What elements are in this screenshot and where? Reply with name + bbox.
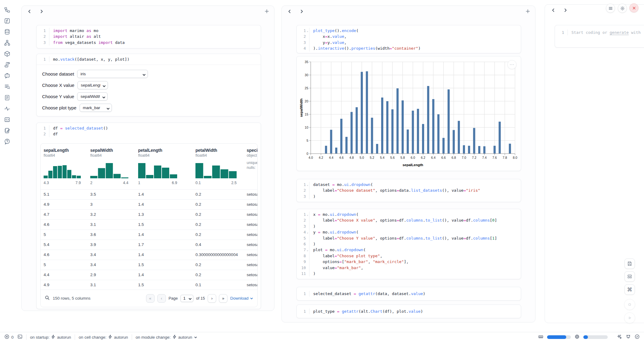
table-row[interactable]: 5.43.91.70.4setosa bbox=[41, 240, 257, 250]
prev-page-button[interactable]: ‹ bbox=[157, 294, 166, 303]
chevron-left-icon[interactable] bbox=[27, 9, 32, 14]
table-cell: setosa bbox=[247, 210, 257, 219]
table-row[interactable]: 4.63.41.40.30000000000000004setosa bbox=[41, 250, 257, 260]
code-cell-dataset-dropdown[interactable]: 1⌄dataset = mo.ui.dropdown(2 label="Choo… bbox=[296, 179, 521, 202]
error-count[interactable]: 0 bbox=[4, 334, 14, 340]
tracing-icon[interactable] bbox=[4, 105, 10, 112]
svg-text:7.4: 7.4 bbox=[482, 156, 487, 159]
code-cell-selected-dataset[interactable]: 1selected_dataset = getattr(data, datase… bbox=[296, 287, 521, 301]
settings-button[interactable] bbox=[618, 4, 627, 13]
stop-button[interactable] bbox=[624, 299, 635, 310]
chevron-right-icon[interactable] bbox=[299, 9, 304, 14]
add-cell-icon[interactable] bbox=[264, 9, 269, 14]
close-button[interactable] bbox=[629, 3, 639, 12]
first-page-button[interactable]: « bbox=[146, 294, 155, 303]
ai-sparkles-icon[interactable] bbox=[617, 334, 622, 340]
column-histogram bbox=[138, 162, 177, 178]
keyboard-shortcuts-button[interactable]: ⌘ bbox=[624, 284, 635, 295]
code-line: 1⌄x = mo.ui.dropdown( bbox=[298, 212, 518, 217]
layout-button[interactable] bbox=[624, 271, 635, 282]
add-cell-icon[interactable] bbox=[525, 9, 530, 14]
chevron-right-icon[interactable] bbox=[563, 8, 568, 12]
chevron-right-icon[interactable] bbox=[39, 9, 44, 14]
packages-icon[interactable] bbox=[4, 51, 10, 57]
on-module-change-setting[interactable]: on module change: autorun bbox=[136, 335, 198, 340]
on-cell-change-setting[interactable]: on cell change: autorun bbox=[79, 335, 128, 340]
code-cell-vstack[interactable]: 1mo.vstack([dataset, x, y, plot]) Choose… bbox=[36, 54, 261, 116]
table-row[interactable]: 4.93.11.50.1setosa bbox=[41, 280, 257, 290]
table-row[interactable]: 4.63.11.50.2setosa bbox=[41, 219, 257, 230]
table-row[interactable]: 53.41.50.2setosa bbox=[41, 260, 257, 270]
code-cell-plot-type[interactable]: 1plot_type = getattr(alt.Chart(df), plot… bbox=[296, 305, 521, 318]
column-histogram bbox=[44, 162, 81, 178]
code-cell-plot-expr[interactable]: 1⌄plot_type().encode(2 x=x.value,3 y=y.v… bbox=[296, 25, 521, 53]
documentation-icon[interactable] bbox=[4, 94, 10, 101]
table-cell: 1.4 bbox=[138, 190, 195, 199]
table-row[interactable]: 5.13.51.40.2setosa bbox=[41, 189, 257, 199]
generate-with-ai-link[interactable]: generate bbox=[610, 30, 629, 35]
logs-icon[interactable] bbox=[4, 62, 10, 68]
menu-button[interactable] bbox=[606, 4, 615, 13]
functions-icon[interactable] bbox=[4, 18, 10, 24]
code-cell-xy-dropdowns[interactable]: 1⌄x = mo.ui.dropdown(2 label="Choose X v… bbox=[296, 209, 521, 279]
code-line: 1selected_dataset = getattr(data, datase… bbox=[298, 291, 518, 297]
table-cell: 0.2 bbox=[195, 190, 247, 199]
code-cell-dataframe[interactable]: 1df = selected_dataset()2df sepalLengthf… bbox=[36, 123, 261, 309]
table-row[interactable]: 4.42.91.40.2setosa bbox=[41, 270, 257, 280]
help-icon[interactable] bbox=[4, 138, 10, 145]
command-icon: ⌘ bbox=[627, 287, 632, 293]
column-header-petalWidth[interactable]: petalWidthfloat640.12.5 bbox=[195, 148, 247, 189]
choose-y-value-select[interactable]: sepalWidth bbox=[77, 92, 108, 101]
chart-menu-icon[interactable]: ⋯ bbox=[507, 60, 517, 69]
column-header-petalLength[interactable]: petalLengthfloat6416.9 bbox=[138, 148, 195, 189]
run-button[interactable] bbox=[624, 312, 635, 323]
file-tree-icon[interactable] bbox=[4, 7, 10, 13]
table-cell: 1.4 bbox=[138, 250, 195, 260]
page-select[interactable]: 1 bbox=[181, 295, 193, 302]
table-row[interactable]: 53.61.40.2setosa bbox=[41, 230, 257, 240]
on-startup-setting[interactable]: on startup: autorun bbox=[30, 335, 71, 340]
dependency-graph-icon[interactable] bbox=[4, 40, 10, 46]
last-page-button[interactable]: » bbox=[219, 294, 227, 303]
row-count-summary: 150 rows, 5 columns bbox=[53, 296, 91, 301]
control-label: Choose dataset bbox=[42, 71, 74, 77]
scratchpad-icon[interactable] bbox=[4, 127, 10, 134]
code-line: 1⌄dataset = mo.ui.dropdown( bbox=[298, 182, 518, 187]
column-header-sepalWidth[interactable]: sepalWidthfloat6424.4 bbox=[90, 148, 138, 189]
memory-usage-bar bbox=[547, 335, 571, 339]
snippets-icon[interactable] bbox=[4, 116, 10, 123]
control-row: Choose X valuesepalLength bbox=[42, 81, 255, 89]
terminal-icon[interactable] bbox=[17, 334, 23, 340]
column-header-sepalLength[interactable]: sepalLengthfloat644.37.9 bbox=[44, 148, 90, 189]
table-cell: 1.5 bbox=[138, 260, 195, 270]
choose-plot-type-select[interactable]: mark_bar bbox=[80, 104, 112, 112]
column-header-species[interactable]: speciesobjectunique:nulls: bbox=[247, 148, 257, 189]
next-page-button[interactable]: › bbox=[208, 294, 216, 303]
table-row[interactable]: 4.931.40.2setosa bbox=[41, 199, 257, 209]
table-footer: 150 rows, 5 columns«‹Page1of 15›»Downloa… bbox=[41, 290, 257, 307]
svg-text:4.0: 4.0 bbox=[309, 156, 313, 159]
empty-code-cell[interactable]: 1 Start coding or generate with bbox=[555, 25, 644, 48]
code-cell-imports[interactable]: 1import marimo as mo2import altair as al… bbox=[36, 25, 261, 48]
chevron-left-icon[interactable] bbox=[551, 8, 556, 12]
choose-x-value-select[interactable]: sepalLength bbox=[77, 81, 108, 89]
chevron-left-icon[interactable] bbox=[287, 9, 292, 14]
search-icon[interactable] bbox=[45, 295, 50, 301]
table-row[interactable]: 4.73.21.30.2setosa bbox=[41, 209, 257, 219]
save-button[interactable] bbox=[624, 258, 635, 269]
notebook-column-1: 1import marimo as mo2import altair as al… bbox=[21, 5, 274, 311]
download-button[interactable]: Download bbox=[230, 296, 253, 301]
bar-chart[interactable]: 4.04.24.44.64.85.05.25.45.65.86.06.26.46… bbox=[299, 58, 519, 169]
connection-status-icon[interactable] bbox=[635, 334, 640, 340]
svg-text:4.4: 4.4 bbox=[329, 156, 334, 159]
line-number: 1 bbox=[556, 30, 564, 35]
ai-chat-icon[interactable] bbox=[4, 73, 10, 79]
table-cell: setosa bbox=[247, 280, 257, 290]
feedback-cat-icon[interactable] bbox=[626, 334, 631, 340]
datasources-icon[interactable] bbox=[4, 29, 10, 35]
choose-dataset-select[interactable]: iris bbox=[77, 70, 148, 78]
outline-search-icon[interactable] bbox=[4, 84, 10, 90]
editor-placeholder[interactable]: Start coding or generate with bbox=[567, 30, 641, 35]
svg-text:4.2: 4.2 bbox=[319, 156, 323, 159]
cpu-usage-bar bbox=[583, 335, 608, 339]
